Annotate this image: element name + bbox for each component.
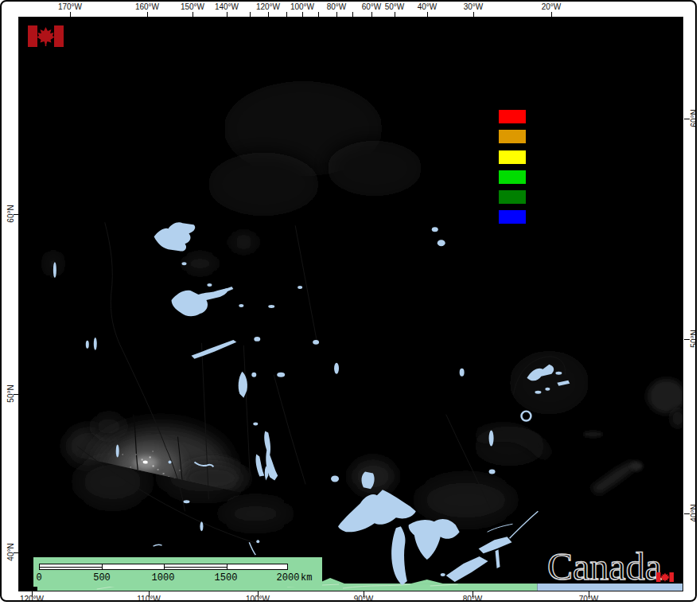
scale-unit-label: km — [301, 572, 312, 584]
longitude-tick — [473, 12, 474, 18]
longitude-label: 80°W — [327, 2, 347, 11]
latitude-label: 60°N — [690, 107, 698, 131]
latitude-label: 40°N — [690, 502, 698, 525]
longitude-label: 160°W — [135, 2, 159, 11]
maple-leaf-icon — [37, 27, 55, 46]
longitude-tick — [427, 12, 428, 18]
longitude-tick — [250, 12, 251, 18]
wordmark-text: Canada — [547, 545, 662, 587]
canada-flag-logo — [28, 25, 64, 47]
canada-wordmark: Canada — [547, 549, 662, 587]
scale-label-1500: 1500 — [215, 572, 238, 584]
longitude-tick — [147, 12, 148, 18]
longitude-label: 60°W — [362, 2, 382, 11]
longitude-tick — [268, 12, 269, 18]
canada-flag-icon — [28, 25, 64, 47]
longitude-tick — [302, 12, 303, 18]
latitude-label: 40°N — [6, 541, 15, 564]
longitude-label: 20°W — [542, 2, 562, 11]
scale-bar — [39, 564, 288, 570]
longitude-label: 110°W — [137, 595, 160, 602]
wordmark-flag-icon — [656, 552, 674, 561]
longitude-tick — [192, 12, 193, 18]
longitude-label: 30°W — [464, 2, 484, 11]
scale-label-500: 500 — [93, 572, 111, 584]
map-image — [19, 18, 682, 591]
scale-label-1000: 1000 — [152, 572, 175, 584]
longitude-label: 40°W — [418, 2, 438, 11]
latitude-label: 60°N — [6, 202, 15, 226]
longitude-tick — [318, 12, 319, 18]
longitude-tick — [227, 12, 228, 18]
longitude-label: 90°W — [354, 595, 374, 602]
longitude-tick — [336, 12, 337, 18]
longitude-tick — [70, 12, 71, 18]
longitude-label: 120°W — [20, 595, 44, 602]
longitude-label: 120°W — [256, 2, 280, 11]
longitude-tick — [286, 12, 287, 18]
map-window: 170°W160°W150°W140°W120°W100°W80°W60°W50… — [0, 0, 697, 602]
map-canvas — [18, 17, 683, 591]
scale-label-2000: 2000 — [277, 572, 300, 584]
longitude-label: 170°W — [58, 2, 82, 11]
longitude-tick — [371, 12, 372, 18]
longitude-label: 50°W — [385, 2, 405, 11]
longitude-label: 140°W — [215, 2, 239, 11]
scale-label-0: 0 — [36, 572, 41, 584]
longitude-tick — [395, 12, 395, 18]
longitude-label: 80°W — [463, 595, 483, 602]
scale-bar-panel: 0500100015002000 km — [33, 557, 322, 587]
longitude-label: 150°W — [181, 2, 204, 11]
longitude-tick — [352, 12, 353, 18]
longitude-label: 70°W — [579, 595, 599, 602]
longitude-tick — [551, 12, 552, 18]
latitude-label: 50°N — [690, 327, 698, 351]
longitude-label: 100°W — [290, 2, 314, 11]
latitude-label: 50°N — [6, 382, 15, 406]
longitude-label: 100°W — [246, 595, 270, 602]
